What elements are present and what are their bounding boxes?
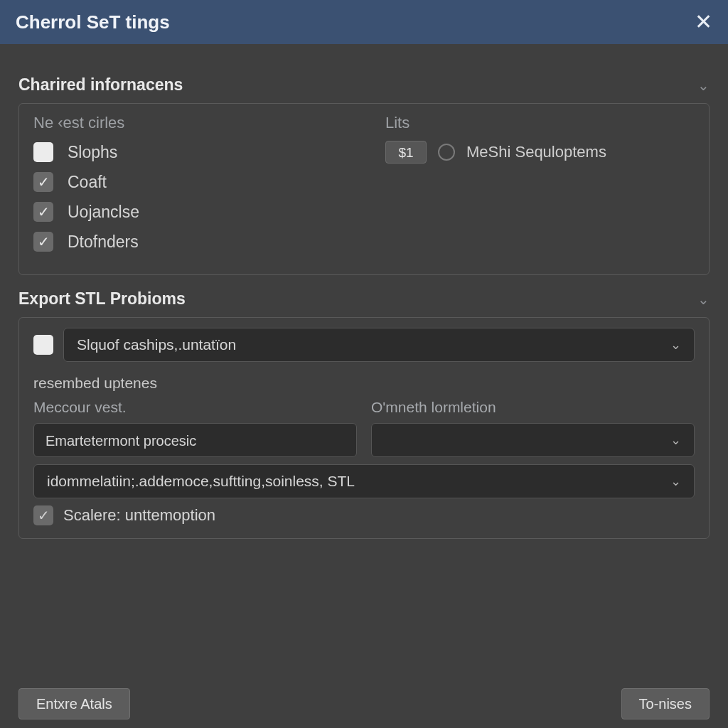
chevron-down-icon: ⌄ [697,77,710,94]
section-2-title: Export STL Probioms [18,289,186,309]
left-column-label: Ne ‹est cirles [33,114,343,132]
check-row: Slophs [33,142,343,162]
lits-value-input[interactable]: $1 [385,141,427,164]
checkbox-label: Dtofnders [68,232,139,252]
checkbox-dtofnders[interactable]: ✓ [33,232,53,252]
radio-label: MeShi Sequloptems [466,143,606,161]
checkbox-uojanclse[interactable]: ✓ [33,202,53,222]
checkbox-scalere[interactable]: ✓ [33,505,53,525]
dropdown-value: idommelatiin;.addemoce,suftting,soinless… [47,473,355,490]
section-1-panel: Ne ‹est cirles Slophs ✓ Coaft ✓ Uojancls… [18,103,710,275]
checkbox-top-dropdown[interactable] [33,335,53,355]
checkbox-slophs[interactable] [33,142,53,162]
left-field-input[interactable]: Emartetermont procesic [33,423,357,457]
left-field-label: Meccour vest. [33,399,357,416]
checkbox-label: Uojanclse [68,203,139,222]
dropdown-value: Slquof caships,.untatïon [77,336,236,353]
chevron-down-icon: ⌄ [670,337,681,353]
to-nises-button[interactable]: To-nises [621,688,710,719]
long-dropdown[interactable]: idommelatiin;.addemoce,suftting,soinless… [33,464,695,498]
chevron-down-icon: ⌄ [670,432,681,448]
scale-label: Scalere: unttemoption [63,506,215,525]
checkbox-label: Slophs [68,143,117,162]
chevron-down-icon: ⌄ [697,291,710,308]
section-2-panel: Slquof caships,.untatïon ⌄ resembed upte… [18,317,710,539]
checkbox-coaft[interactable]: ✓ [33,172,53,192]
right-field-label: O'mneth lormletion [371,399,695,416]
right-column-label: Lits [385,114,695,132]
footer: Entxre Atals To-nises [18,688,710,719]
section-2-header[interactable]: Export STL Probioms ⌄ [18,289,710,309]
check-row: ✓ Uojanclse [33,202,343,222]
check-row: ✓ Dtofnders [33,232,343,252]
section-1-title: Charired infornacens [18,75,183,95]
right-field-dropdown[interactable]: ⌄ [371,423,695,457]
chevron-down-icon: ⌄ [670,473,681,489]
window-title: Cherrol SeT tings [16,11,170,33]
radio-meshi[interactable] [438,144,455,161]
entxre-atals-button[interactable]: Entxre Atals [18,688,130,719]
section-1-header[interactable]: Charired infornacens ⌄ [18,75,710,95]
check-row: ✓ Coaft [33,172,343,192]
close-icon[interactable]: ✕ [695,11,712,33]
titlebar: Cherrol SeT tings ✕ [0,0,728,44]
subsection-title: resembed uptenes [33,375,695,392]
checkbox-label: Coaft [68,173,107,192]
top-dropdown[interactable]: Slquof caships,.untatïon ⌄ [63,328,695,362]
